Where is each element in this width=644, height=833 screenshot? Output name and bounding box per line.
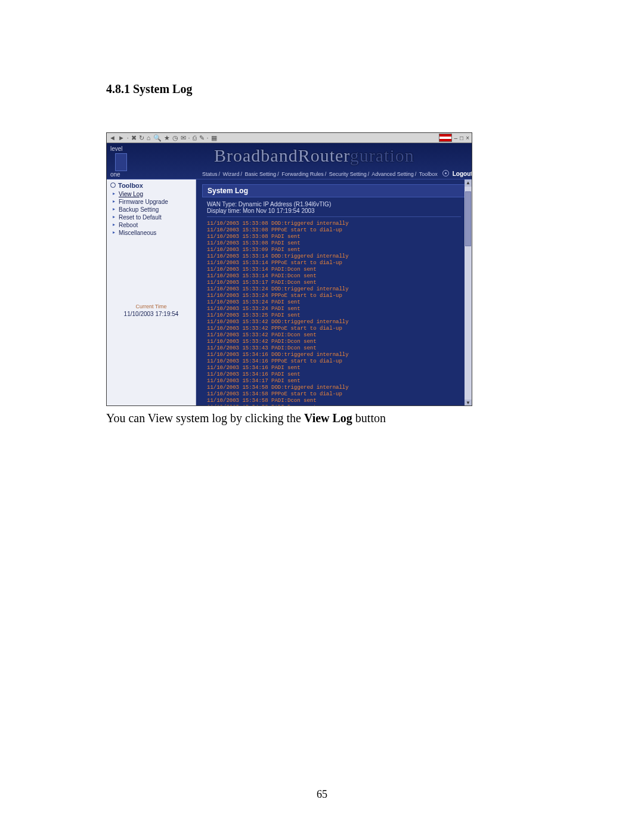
current-time-label: Current Time: [110, 304, 192, 309]
separator-icon: ·: [188, 133, 190, 143]
print-icon[interactable]: ⎙: [193, 133, 197, 143]
discuss-icon[interactable]: ▦: [211, 133, 217, 143]
brand-title-main: BroadbandRouter: [214, 145, 350, 165]
body-row: Toolbox View Log Firmware Upgrade Backup…: [107, 179, 472, 406]
caption-pre: You can View system log by clicking the: [106, 411, 304, 425]
stop-icon[interactable]: ✖: [131, 133, 137, 143]
logo-tower-icon: [115, 153, 127, 171]
sidebar: Toolbox View Log Firmware Upgrade Backup…: [107, 179, 196, 406]
top-nav: Status/ Wizard/ Basic Setting/ Forwardin…: [202, 170, 472, 177]
current-time-value: 11/10/2003 17:19:54: [110, 311, 192, 317]
nav-toolbox[interactable]: Toolbox: [419, 171, 438, 177]
nav-basic-setting[interactable]: Basic Setting: [245, 171, 277, 177]
mail-icon[interactable]: ✉: [181, 133, 186, 143]
back-icon[interactable]: ◄: [109, 133, 116, 143]
logout-link[interactable]: Logout: [453, 171, 472, 177]
nav-security-setting[interactable]: Security Setting: [329, 171, 367, 177]
scroll-up-icon[interactable]: ▲: [465, 179, 472, 187]
browser-toolbar: ◄ ► · ✖ ↻ ⌂ 🔍 ★ ◷ ✉ · ⎙ ✎ · ▦ – □ ×: [107, 133, 472, 143]
forward-icon[interactable]: ►: [118, 133, 125, 143]
refresh-icon[interactable]: ↻: [139, 133, 144, 143]
sidebar-item-backup-setting[interactable]: Backup Setting: [110, 206, 192, 213]
figure-caption: You can View system log by clicking the …: [106, 411, 386, 425]
flag-icon: [439, 134, 452, 142]
minimize-icon[interactable]: –: [454, 135, 458, 141]
sidebar-item-reboot[interactable]: Reboot: [110, 221, 192, 229]
edit-icon[interactable]: ✎: [199, 133, 205, 143]
wan-type-line: WAN Type: Dynamic IP Address (R1.94l6vTI…: [207, 201, 461, 208]
sidebar-time-block: Current Time 11/10/2003 17:19:54: [110, 304, 192, 406]
brand-title: BroadbandRouterguration: [214, 145, 414, 166]
close-icon[interactable]: ×: [466, 135, 469, 141]
section-number: 4.8.1: [106, 82, 133, 95]
brand-title-ghost: guration: [350, 145, 414, 165]
panel-title: System Log: [202, 184, 466, 197]
home-icon[interactable]: ⌂: [147, 133, 151, 143]
sidebar-group-toolbox: Toolbox: [110, 182, 192, 189]
section-title-text: System Log: [133, 82, 192, 95]
nav-bullet-icon: [442, 170, 449, 176]
main-panel: System Log WAN Type: Dynamic IP Address …: [196, 179, 472, 406]
scroll-down-icon[interactable]: ▼: [465, 400, 472, 406]
sidebar-item-view-log[interactable]: View Log: [110, 190, 192, 198]
header-banner: level one BroadbandRouterguration Status…: [107, 143, 472, 179]
sidebar-item-reset-to-default[interactable]: Reset to Default: [110, 213, 192, 221]
history-icon[interactable]: ◷: [172, 133, 178, 143]
panel-meta: WAN Type: Dynamic IP Address (R1.94l6vTI…: [207, 201, 461, 217]
brand-logo: level one: [110, 145, 140, 175]
scroll-thumb[interactable]: [465, 191, 471, 246]
page-number: 65: [0, 788, 644, 801]
logo-text-bottom: one: [110, 171, 140, 178]
nav-advanced-setting[interactable]: Advanced Setting: [371, 171, 414, 177]
caption-bold: View Log: [304, 411, 352, 425]
caption-post: button: [352, 411, 386, 425]
router-screenshot: ◄ ► · ✖ ↻ ⌂ 🔍 ★ ◷ ✉ · ⎙ ✎ · ▦ – □ × leve…: [106, 132, 472, 406]
section-heading: 4.8.1 System Log: [106, 82, 192, 96]
sidebar-item-miscellaneous[interactable]: Miscellaneous: [110, 229, 192, 237]
separator-icon: ·: [207, 133, 209, 143]
display-time-line: Display time: Mon Nov 10 17:19:54 2003: [207, 208, 461, 214]
maximize-icon[interactable]: □: [460, 135, 463, 141]
search-icon[interactable]: 🔍: [153, 133, 162, 143]
system-log-output: 11/10/2003 15:33:08 DOD:triggered intern…: [207, 221, 472, 406]
sidebar-item-firmware-upgrade[interactable]: Firmware Upgrade: [110, 198, 192, 206]
document-page: 4.8.1 System Log ◄ ► · ✖ ↻ ⌂ 🔍 ★ ◷ ✉ · ⎙…: [0, 0, 644, 833]
logo-text-top: level: [110, 145, 140, 152]
separator-icon: ·: [127, 133, 129, 143]
nav-wizard[interactable]: Wizard: [223, 171, 240, 177]
vertical-scrollbar[interactable]: ▲ ▼: [465, 179, 472, 406]
nav-forwarding-rules[interactable]: Forwarding Rules: [281, 171, 324, 177]
favorites-icon[interactable]: ★: [164, 133, 170, 143]
nav-status[interactable]: Status: [202, 171, 218, 177]
